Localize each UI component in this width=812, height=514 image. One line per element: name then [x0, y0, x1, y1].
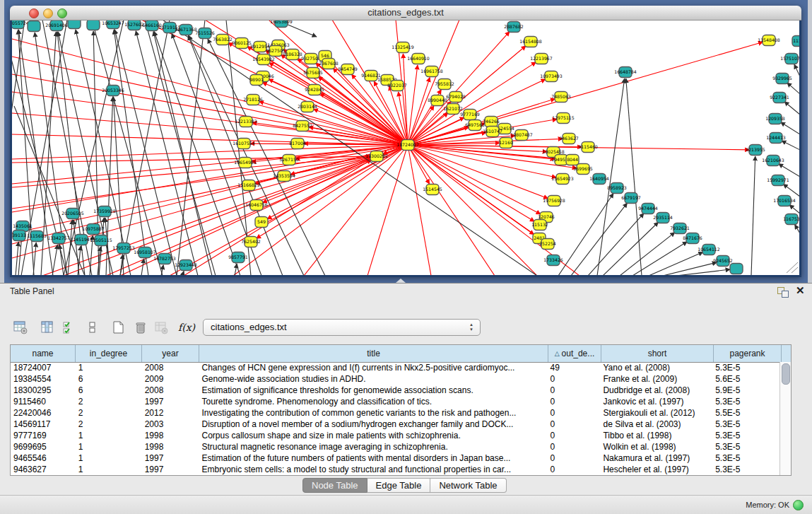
table-row[interactable]: 1830029562008Estimation of significance …	[11, 385, 780, 396]
table-cell[interactable]: 9777169	[11, 430, 76, 441]
table-row[interactable]: 969969511998Structural magnetic resonanc…	[11, 441, 780, 452]
table-cell[interactable]: 5.3E-5	[712, 452, 780, 464]
table-cell[interactable]: 5.9E-5	[712, 385, 780, 396]
column-header-year[interactable]: year	[142, 345, 199, 362]
citation-edge-black[interactable]	[182, 271, 184, 275]
table-cell[interactable]: 0	[548, 430, 601, 441]
citation-edge-red[interactable]	[12, 158, 370, 258]
table-row[interactable]: 1938455462009Genome-wide association stu…	[11, 373, 780, 385]
table-cell[interactable]: Embryonic stem cells: a model to study s…	[199, 464, 548, 475]
column-header-out-de-[interactable]: △out_de...	[548, 345, 601, 362]
tab-network-table[interactable]: Network Table	[430, 478, 506, 493]
citation-edge-black[interactable]	[783, 184, 799, 197]
graph-node[interactable]	[68, 21, 81, 29]
table-cell[interactable]: 2009	[142, 373, 199, 385]
table-cell[interactable]: 6	[76, 373, 142, 385]
table-cell[interactable]: Nakamura et al. (1997)	[600, 452, 712, 464]
table-cell[interactable]: Structural magnetic resonance image aver…	[199, 441, 548, 452]
table-cell[interactable]: 18724007	[11, 362, 76, 373]
clear-table-icon-disabled[interactable]	[153, 319, 170, 336]
table-cell[interactable]: 0	[548, 441, 601, 452]
table-cell[interactable]: 2003	[142, 419, 199, 430]
tab-node-table[interactable]: Node Table	[302, 478, 367, 493]
table-cell[interactable]: 2008	[142, 362, 199, 373]
table-row[interactable]: 2242004622012Investigating the contribut…	[11, 407, 780, 419]
citation-edge-red[interactable]	[408, 139, 563, 145]
table-cell[interactable]: 0	[548, 396, 601, 407]
citation-edge-red[interactable]	[408, 145, 534, 221]
citation-edge-black[interactable]	[16, 242, 18, 275]
citation-edge-black[interactable]	[789, 205, 799, 214]
table-cell[interactable]: 49	[548, 362, 601, 373]
table-cell[interactable]: 5.3E-5	[712, 441, 780, 452]
table-cell[interactable]: 19384554	[11, 373, 76, 385]
table-cell[interactable]: Dudbridge et al. (2008)	[600, 385, 712, 396]
table-cell[interactable]: 1	[76, 430, 142, 441]
table-cell[interactable]: 0	[548, 419, 601, 430]
table-cell[interactable]: 5.3E-5	[712, 396, 780, 407]
table-cell[interactable]: Yano et al. (2008)	[600, 362, 712, 373]
resize-grip[interactable]	[787, 262, 798, 273]
table-settings-icon[interactable]	[12, 319, 29, 336]
table-cell[interactable]: 2	[76, 407, 142, 419]
row-height-icon[interactable]	[84, 319, 101, 336]
table-cell[interactable]: 1998	[142, 441, 199, 452]
table-cell[interactable]: Hescheler et al. (1997)	[600, 464, 712, 475]
table-cell[interactable]: 1	[76, 452, 142, 464]
table-row[interactable]: 1456911722003Disruption of a novel membe…	[11, 419, 780, 430]
table-cell[interactable]: Investigating the contribution of common…	[199, 407, 548, 419]
graph-node[interactable]	[730, 264, 743, 274]
table-cell[interactable]: Estimation of significance thresholds fo…	[199, 385, 548, 396]
citation-edge-red[interactable]	[12, 158, 370, 233]
citation-graph[interactable]: 1405572420691406106532471527602646616010…	[12, 21, 799, 275]
network-window-titlebar[interactable]: citations_edges.txt	[10, 6, 801, 21]
table-cell[interactable]: 9115460	[11, 396, 76, 407]
select-columns-icon[interactable]	[61, 319, 78, 336]
citation-edge-black[interactable]	[163, 21, 537, 275]
citation-edge-black[interactable]	[787, 83, 799, 94]
table-cell[interactable]: 2008	[142, 385, 199, 396]
table-row[interactable]: 946554611997Estimation of the future num…	[11, 452, 780, 464]
table-row[interactable]: 977716911998Corpus callosum shape and si…	[11, 430, 780, 441]
table-cell[interactable]: 14569117	[11, 419, 76, 430]
graph-node[interactable]	[28, 21, 40, 32]
table-cell[interactable]: Corpus callosum shape and size in male p…	[199, 430, 548, 441]
citation-edge-red[interactable]	[408, 145, 495, 275]
table-cell[interactable]: 5.3E-5	[712, 430, 780, 441]
table-cell[interactable]: 0	[548, 464, 601, 475]
citation-edge-black[interactable]	[794, 64, 799, 76]
citation-edge-black[interactable]	[663, 262, 717, 275]
table-row[interactable]: 946362711997Embryonic stem cells: a mode…	[11, 464, 780, 475]
citation-edge-black[interactable]	[782, 141, 799, 150]
table-cell[interactable]: 9465546	[11, 452, 76, 464]
table-cell[interactable]: 1	[76, 441, 142, 452]
table-cell[interactable]: 5.6E-5	[712, 373, 780, 385]
citation-edge-black[interactable]	[114, 30, 177, 275]
citation-edge-black[interactable]	[632, 242, 687, 275]
new-table-icon[interactable]	[110, 319, 126, 336]
table-cell[interactable]: 1997	[142, 464, 199, 475]
tab-edge-table[interactable]: Edge Table	[367, 478, 431, 493]
table-cell[interactable]: Tourette syndrome. Phenomenology and cla…	[199, 396, 548, 407]
table-row[interactable]: 1872400712008Changes of HCN gene express…	[11, 362, 780, 373]
table-cell[interactable]: 0	[548, 452, 601, 464]
table-cell[interactable]: 1998	[142, 430, 199, 441]
citation-edge-black[interactable]	[141, 259, 144, 275]
citation-edge-black[interactable]	[795, 225, 799, 233]
table-cell[interactable]: 0	[548, 385, 601, 396]
table-cell[interactable]: 1997	[142, 396, 199, 407]
table-cell[interactable]: 1	[76, 464, 142, 475]
table-cell[interactable]: 5.3E-5	[712, 362, 780, 373]
table-cell[interactable]: 6	[76, 385, 142, 396]
function-builder-icon[interactable]: f(x)	[178, 319, 195, 336]
table-cell[interactable]: 2	[76, 396, 142, 407]
column-header-short[interactable]: short	[601, 345, 714, 362]
table-cell[interactable]: 22420046	[11, 407, 76, 419]
panel-close-icon[interactable]: ✕	[796, 284, 805, 297]
column-header-name[interactable]: name	[11, 345, 76, 362]
network-canvas[interactable]: 1405572420691406106532471527602646616010…	[12, 21, 799, 275]
table-cell[interactable]: 9699695	[11, 441, 76, 452]
table-cell[interactable]: Changes of HCN gene expression and I(f) …	[199, 362, 548, 373]
delete-table-icon[interactable]	[132, 319, 149, 336]
citation-edge-black[interactable]	[145, 21, 216, 275]
